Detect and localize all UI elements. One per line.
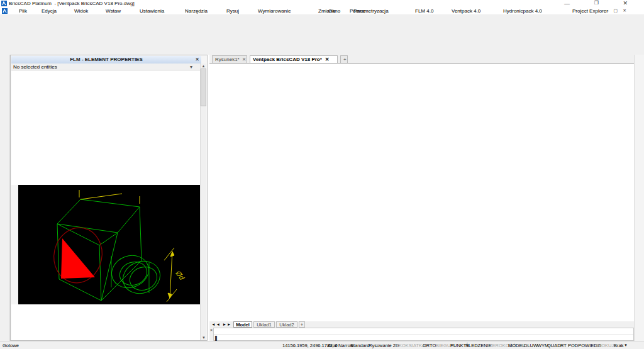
svg-text:Ød: Ød (174, 269, 186, 281)
